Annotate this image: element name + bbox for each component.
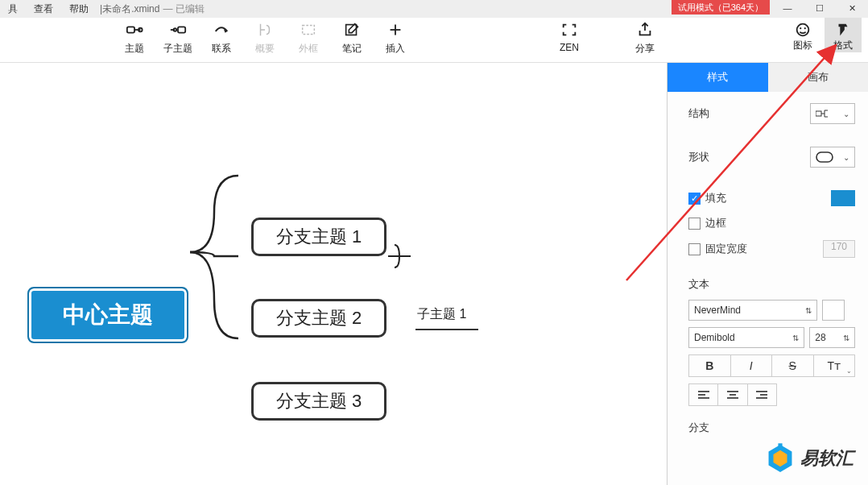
border-checkbox[interactable] bbox=[688, 218, 701, 230]
fixedwidth-checkbox[interactable] bbox=[688, 243, 701, 255]
subtopic-1[interactable]: 子主题 1 bbox=[417, 306, 466, 323]
align-right-icon bbox=[756, 391, 767, 399]
font-family-dropdown[interactable]: NeverMind ⇅ bbox=[688, 300, 817, 321]
fixedwidth-label: 固定宽度 bbox=[705, 242, 747, 256]
tool-topic[interactable]: 主题 bbox=[113, 18, 156, 56]
text-section-label: 文本 bbox=[688, 277, 855, 292]
svg-rect-7 bbox=[303, 26, 315, 35]
align-left-button[interactable] bbox=[689, 384, 718, 405]
edited-label: — 已编辑 bbox=[163, 2, 204, 16]
italic-button[interactable]: I bbox=[731, 355, 773, 376]
note-icon bbox=[343, 21, 361, 39]
branch-topic-3[interactable]: 分支主题 3 bbox=[251, 382, 386, 421]
align-center-button[interactable] bbox=[718, 384, 747, 405]
tool-share[interactable]: 分享 bbox=[623, 18, 667, 56]
format-panel: 样式 画布 结构 ⌄ 形状 ⌄ ✓ 填充 边框 bbox=[667, 63, 868, 485]
shape-icon bbox=[816, 151, 833, 163]
connectors bbox=[0, 63, 667, 485]
align-right-button[interactable] bbox=[748, 384, 776, 405]
tab-style[interactable]: 样式 bbox=[668, 63, 768, 92]
align-left-icon bbox=[698, 391, 709, 399]
menu-view[interactable]: 查看 bbox=[26, 2, 61, 16]
strike-button[interactable]: S bbox=[772, 355, 814, 376]
svg-rect-5 bbox=[178, 27, 185, 32]
chevron-down-icon: ⌄ bbox=[846, 367, 852, 375]
subtopic-underline bbox=[415, 329, 478, 330]
plus-icon bbox=[386, 21, 404, 39]
maximize-button[interactable]: ☐ bbox=[804, 0, 836, 16]
window-controls: — ☐ ✕ bbox=[771, 0, 868, 16]
svg-rect-14 bbox=[816, 111, 821, 116]
branch-section-label: 分支 bbox=[688, 421, 855, 435]
mindmap-canvas[interactable]: 中心主题 分支主题 1 分支主题 2 分支主题 3 子主题 1 bbox=[0, 63, 667, 485]
svg-rect-0 bbox=[127, 27, 134, 32]
case-button[interactable]: Tᴛ⌄ bbox=[814, 355, 855, 376]
branch-topic-1[interactable]: 分支主题 1 bbox=[251, 218, 386, 256]
svg-rect-15 bbox=[816, 152, 833, 162]
updown-icon: ⇅ bbox=[792, 334, 799, 342]
summary-icon bbox=[256, 21, 274, 39]
zen-icon bbox=[560, 21, 578, 39]
frame-icon bbox=[300, 21, 317, 39]
updown-icon: ⇅ bbox=[805, 306, 812, 315]
filename-label: |未命名.xmind bbox=[100, 2, 159, 16]
minimize-button[interactable]: — bbox=[771, 0, 804, 16]
tool-insert[interactable]: 插入 bbox=[374, 18, 417, 56]
svg-point-4 bbox=[174, 28, 177, 31]
subtopic-icon bbox=[169, 21, 187, 39]
smile-icon bbox=[794, 21, 812, 39]
fixedwidth-input[interactable]: 170 bbox=[823, 240, 855, 258]
watermark-icon bbox=[767, 443, 794, 474]
toolbar: 主题 子主题 联系 概要 外框 笔记 插入 ZEN 分享 图标 bbox=[0, 18, 868, 63]
central-topic[interactable]: 中心主题 bbox=[27, 287, 188, 343]
tab-canvas[interactable]: 画布 bbox=[768, 63, 869, 92]
tool-zen[interactable]: ZEN bbox=[548, 18, 591, 53]
shape-dropdown[interactable]: ⌄ bbox=[810, 147, 855, 168]
chevron-down-icon: ⌄ bbox=[843, 110, 849, 118]
font-color-button[interactable] bbox=[822, 300, 845, 321]
tool-note[interactable]: 笔记 bbox=[330, 18, 374, 56]
svg-point-12 bbox=[800, 27, 801, 29]
trial-badge[interactable]: 试用模式（已364天） bbox=[672, 0, 770, 15]
font-weight-dropdown[interactable]: Demibold ⇅ bbox=[688, 327, 804, 348]
svg-point-11 bbox=[797, 24, 809, 36]
updown-icon: ⇅ bbox=[843, 334, 849, 342]
chevron-down-icon: ⌄ bbox=[843, 153, 849, 162]
watermark: 易软汇 bbox=[767, 443, 854, 474]
border-label: 边框 bbox=[705, 216, 726, 230]
tool-summary: 概要 bbox=[243, 18, 287, 56]
topic-icon bbox=[126, 21, 143, 39]
fill-color-swatch[interactable] bbox=[831, 190, 855, 206]
text-format-row: B I S Tᴛ⌄ bbox=[688, 354, 855, 377]
fill-checkbox[interactable]: ✓ bbox=[688, 193, 701, 205]
watermark-text: 易软汇 bbox=[800, 446, 854, 470]
shape-label: 形状 bbox=[688, 150, 709, 164]
panel-format-button[interactable]: 格式 bbox=[825, 18, 862, 52]
text-align-row bbox=[688, 383, 777, 406]
svg-rect-20 bbox=[778, 443, 782, 449]
format-icon bbox=[834, 21, 852, 39]
bold-button[interactable]: B bbox=[689, 355, 731, 376]
align-center-icon bbox=[727, 391, 738, 399]
tool-subtopic[interactable]: 子主题 bbox=[156, 18, 200, 56]
structure-icon bbox=[816, 108, 832, 119]
svg-point-2 bbox=[138, 28, 143, 32]
close-button[interactable]: ✕ bbox=[836, 0, 868, 16]
menu-help[interactable]: 帮助 bbox=[61, 2, 97, 16]
structure-dropdown[interactable]: ⌄ bbox=[810, 103, 855, 124]
tool-link[interactable]: 联系 bbox=[200, 18, 243, 56]
panel-icons-button[interactable]: 图标 bbox=[784, 18, 821, 52]
svg-point-13 bbox=[804, 27, 806, 29]
share-icon bbox=[636, 21, 654, 39]
tool-frame: 外框 bbox=[287, 18, 330, 56]
structure-label: 结构 bbox=[688, 106, 709, 121]
link-icon bbox=[213, 21, 230, 39]
branch-topic-2[interactable]: 分支主题 2 bbox=[251, 299, 386, 338]
menu-tools[interactable]: 具 bbox=[0, 2, 26, 16]
panel-tabs: 样式 画布 bbox=[668, 63, 868, 92]
font-size-dropdown[interactable]: 28 ⇅ bbox=[809, 327, 855, 348]
fill-label: 填充 bbox=[705, 191, 726, 205]
